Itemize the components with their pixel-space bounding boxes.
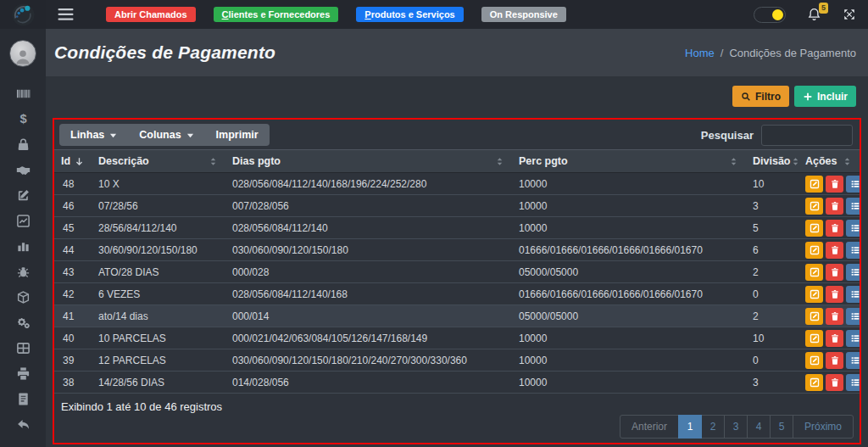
- details-list-button[interactable]: [846, 308, 860, 325]
- cell-divisao: 6: [746, 239, 798, 261]
- delete-button[interactable]: [826, 374, 843, 391]
- pagination-page-button[interactable]: 2: [701, 415, 725, 439]
- pen-square-icon: [16, 188, 31, 203]
- cell-id: 46: [54, 195, 92, 217]
- theme-toggle[interactable]: [754, 7, 786, 23]
- search-input[interactable]: [761, 125, 853, 146]
- sidebar-item-cogs[interactable]: [0, 310, 46, 335]
- cell-dias-pgto: 028/056/084/112/140: [225, 217, 512, 239]
- delete-button[interactable]: [826, 330, 843, 347]
- details-list-button[interactable]: [846, 374, 860, 391]
- column-header-descricao[interactable]: Descrição: [92, 150, 225, 173]
- edit-button[interactable]: [805, 286, 823, 303]
- sidebar-item-edit[interactable]: [0, 182, 46, 208]
- column-label: Id: [61, 155, 70, 167]
- details-list-button[interactable]: [846, 264, 860, 281]
- cell-divisao: 5: [746, 217, 798, 239]
- delete-button[interactable]: [826, 286, 843, 303]
- edit-button[interactable]: [805, 330, 823, 347]
- sidebar-item-table[interactable]: [0, 335, 46, 360]
- edit-button[interactable]: [805, 264, 823, 281]
- sidebar-item-dollar[interactable]: $: [0, 106, 46, 131]
- column-label: Descrição: [98, 155, 149, 167]
- details-list-button[interactable]: [846, 286, 860, 303]
- sidebar-item-chart-line[interactable]: [0, 208, 46, 233]
- reply-icon: [16, 417, 31, 432]
- pagination-prev-button[interactable]: Anterior: [620, 415, 679, 439]
- delete-button[interactable]: [826, 176, 843, 193]
- delete-button[interactable]: [826, 308, 843, 325]
- sidebar-item-shopping-bag[interactable]: [0, 131, 46, 157]
- file-icon: [16, 392, 31, 406]
- column-header-perc-pgto[interactable]: Perc pgto: [512, 150, 746, 173]
- table-row: 44 30/60/90/120/150/180 030/060/090/120/…: [54, 239, 860, 261]
- cell-acoes: [798, 305, 860, 327]
- edit-button[interactable]: [805, 308, 823, 325]
- linhas-dropdown[interactable]: Linhas: [59, 124, 128, 146]
- cell-perc-pgto: 10000: [512, 372, 746, 394]
- pagination: Anterior 1 2 3 4 5 Próximo: [54, 415, 854, 439]
- caret-down-icon: [186, 131, 194, 139]
- pagination-page-button[interactable]: 1: [678, 415, 702, 439]
- cell-descricao: 10 PARCELAS: [92, 327, 225, 349]
- imprimir-button[interactable]: Imprimir: [205, 124, 270, 146]
- sidebar-item-file[interactable]: [0, 386, 46, 411]
- hamburger-menu-icon[interactable]: [58, 8, 74, 20]
- cell-dias-pgto: 028/056/084/112/140/168: [225, 283, 512, 305]
- details-list-button[interactable]: [846, 176, 860, 193]
- cell-divisao: 2: [746, 305, 798, 327]
- details-list-button[interactable]: [846, 198, 860, 215]
- pagination-page-button[interactable]: 5: [770, 415, 793, 439]
- cell-dias-pgto: 000/028: [225, 261, 512, 283]
- pagination-page-button[interactable]: 4: [747, 415, 771, 439]
- nav-button-on-responsive[interactable]: On Responsive: [481, 7, 566, 22]
- edit-button[interactable]: [805, 176, 823, 193]
- edit-button[interactable]: [805, 352, 823, 369]
- details-list-button[interactable]: [846, 242, 860, 259]
- pagination-next-button[interactable]: Próximo: [793, 415, 854, 439]
- nav-button-produtos-e-servicos[interactable]: Produtos e Serviços: [356, 7, 463, 22]
- column-header-dias-pgto[interactable]: Dias pgto: [225, 150, 512, 173]
- column-header-divisao[interactable]: Divisão: [746, 150, 798, 173]
- app-logo[interactable]: [0, 0, 46, 29]
- delete-button[interactable]: [826, 198, 843, 215]
- include-button[interactable]: Incluir: [794, 86, 856, 107]
- pagination-page-button[interactable]: 3: [724, 415, 748, 439]
- chart-bar-icon: [16, 239, 31, 254]
- edit-button[interactable]: [805, 242, 823, 259]
- delete-button[interactable]: [826, 220, 843, 237]
- nav-button-clientes-e-fornecedores[interactable]: Clientes e Fornecedores: [214, 7, 339, 22]
- edit-button[interactable]: [805, 220, 823, 237]
- expand-icon[interactable]: [843, 8, 856, 21]
- filter-button[interactable]: Filtro: [732, 86, 789, 107]
- user-avatar[interactable]: [9, 40, 36, 67]
- sidebar-item-reply[interactable]: [0, 411, 46, 437]
- sidebar-item-bug[interactable]: [0, 259, 46, 284]
- column-label: Dias pgto: [232, 155, 281, 167]
- column-header-id[interactable]: Id: [54, 150, 92, 173]
- delete-button[interactable]: [826, 352, 843, 369]
- delete-button[interactable]: [826, 264, 843, 281]
- cell-perc-pgto: 01666/01666/01666/01666/01666/01670: [512, 239, 746, 261]
- pencil-square-icon: [810, 223, 820, 233]
- list-icon: [850, 355, 860, 366]
- edit-button[interactable]: [805, 198, 823, 215]
- sidebar-item-barcode[interactable]: [0, 81, 46, 106]
- nav-button-abrir-chamados[interactable]: Abrir Chamados: [106, 7, 196, 22]
- sidebar-item-print[interactable]: [0, 360, 46, 386]
- sidebar-item-handshake[interactable]: [0, 157, 46, 182]
- page-header: Condições de Pagamento Home / Condições …: [46, 29, 868, 76]
- list-icon: [850, 245, 860, 255]
- details-list-button[interactable]: [846, 330, 860, 347]
- delete-button[interactable]: [826, 242, 843, 259]
- edit-button[interactable]: [805, 374, 823, 391]
- colunas-dropdown[interactable]: Colunas: [128, 124, 204, 146]
- sidebar-item-cube[interactable]: [0, 284, 46, 310]
- details-list-button[interactable]: [846, 352, 860, 369]
- column-header-acoes[interactable]: Ações: [798, 150, 860, 173]
- sidebar-item-chart-bar[interactable]: [0, 233, 46, 259]
- cell-acoes: [798, 239, 860, 261]
- details-list-button[interactable]: [846, 220, 860, 237]
- bell-icon[interactable]: 5: [807, 7, 821, 22]
- breadcrumb-home-link[interactable]: Home: [685, 47, 715, 59]
